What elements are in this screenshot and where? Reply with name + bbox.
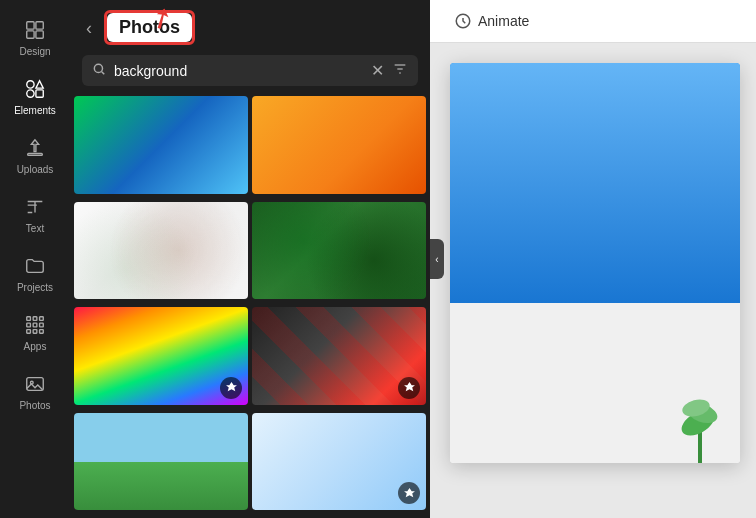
apps-icon [23, 313, 47, 337]
photo-tile-7[interactable] [74, 413, 248, 511]
slide-ground [450, 303, 740, 463]
svg-point-20 [94, 64, 102, 72]
search-filter-button[interactable] [392, 61, 408, 80]
slide-sky [450, 63, 740, 303]
svg-rect-8 [28, 154, 43, 156]
photo-tile-2[interactable] [252, 96, 426, 194]
svg-rect-16 [33, 330, 37, 334]
svg-rect-6 [36, 90, 43, 97]
photo-tile-4[interactable] [252, 202, 426, 300]
svg-rect-13 [33, 323, 37, 327]
panel-header: ‹ Photos [70, 0, 430, 55]
sidebar-item-label: Uploads [17, 164, 54, 175]
sidebar-item-projects[interactable]: Projects [0, 244, 70, 303]
search-clear-button[interactable]: ✕ [371, 61, 384, 80]
svg-point-4 [27, 81, 34, 88]
animate-label: Animate [478, 13, 529, 29]
photos-icon [23, 372, 47, 396]
sidebar-item-photos[interactable]: Photos [0, 362, 70, 421]
svg-rect-11 [40, 317, 44, 321]
svg-rect-9 [27, 317, 31, 321]
sidebar-item-label: Projects [17, 282, 53, 293]
plant-svg [670, 373, 730, 463]
svg-rect-2 [27, 31, 34, 38]
photo-tile-5[interactable] [74, 307, 248, 405]
uploads-icon [23, 136, 47, 160]
photos-panel: ➚ ‹ Photos ✕ [70, 0, 430, 518]
photo-tile-3[interactable] [74, 202, 248, 300]
svg-point-7 [27, 90, 34, 97]
sidebar-item-label: Elements [14, 105, 56, 116]
sidebar-item-text[interactable]: Text [0, 185, 70, 244]
back-button[interactable]: ‹ [82, 15, 96, 41]
animate-button[interactable]: Animate [446, 8, 537, 34]
search-icon [92, 62, 106, 79]
elements-icon [23, 77, 47, 101]
canvas-area[interactable] [430, 43, 756, 518]
panel-title: Photos [107, 13, 192, 42]
search-bar: ✕ [82, 55, 418, 86]
svg-rect-1 [36, 22, 43, 29]
svg-rect-15 [27, 330, 31, 334]
sidebar-item-label: Text [26, 223, 44, 234]
svg-rect-14 [40, 323, 44, 327]
pro-badge [220, 377, 242, 399]
photo-tile-6[interactable] [252, 307, 426, 405]
main-toolbar: Animate [430, 0, 756, 43]
sidebar-item-label: Design [19, 46, 50, 57]
sidebar-item-apps[interactable]: Apps [0, 303, 70, 362]
panel-collapse-handle[interactable]: ‹ [430, 239, 444, 279]
svg-rect-0 [27, 22, 34, 29]
svg-rect-10 [33, 317, 37, 321]
sidebar-item-elements[interactable]: Elements [0, 67, 70, 126]
pro-badge [398, 377, 420, 399]
text-icon [23, 195, 47, 219]
design-icon [23, 18, 47, 42]
sidebar-item-label: Photos [19, 400, 50, 411]
main-canvas: Animate [430, 0, 756, 518]
svg-rect-12 [27, 323, 31, 327]
svg-rect-3 [36, 31, 43, 38]
search-input[interactable] [114, 63, 363, 79]
sidebar-item-design[interactable]: Design [0, 8, 70, 67]
sidebar-item-label: Apps [24, 341, 47, 352]
photo-tile-1[interactable] [74, 96, 248, 194]
sidebar-item-uploads[interactable]: Uploads [0, 126, 70, 185]
projects-icon [23, 254, 47, 278]
sidebar: Design Elements Uploads Text Projects [0, 0, 70, 518]
svg-rect-17 [40, 330, 44, 334]
photo-grid [70, 96, 430, 518]
slide-preview [450, 63, 740, 463]
photo-tile-8[interactable] [252, 413, 426, 511]
svg-marker-5 [36, 81, 43, 88]
